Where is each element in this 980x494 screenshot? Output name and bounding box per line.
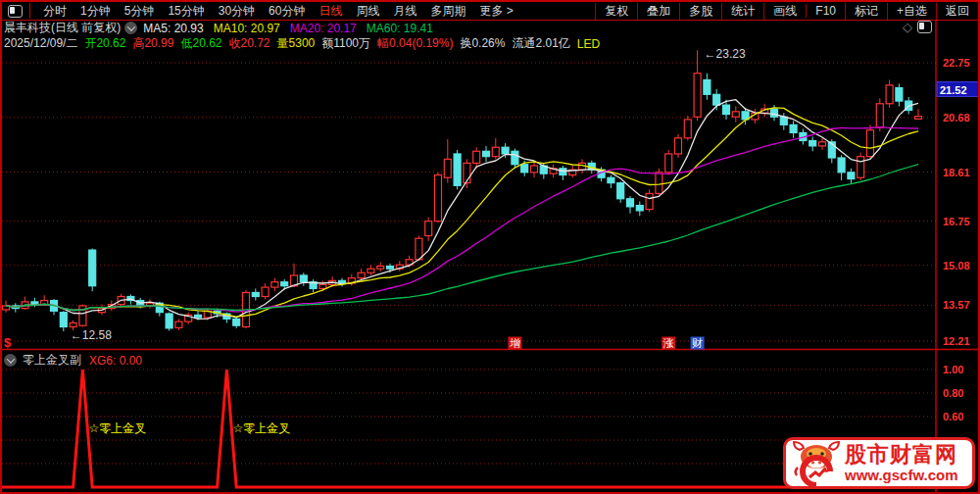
event-tag: 增 bbox=[510, 337, 520, 349]
chart-header: 晨丰科技(日线 前复权) MA5: 20.93MA10: 20.97MA20: … bbox=[4, 21, 443, 35]
info-item-7: 幅0.04(0.19%) bbox=[377, 35, 453, 52]
info-item-3: 低20.62 bbox=[180, 35, 221, 52]
bull-logo-icon bbox=[792, 440, 841, 487]
ma-label-4: MA60: 19.41 bbox=[367, 22, 433, 35]
menu-item-period-1[interactable]: 1分钟 bbox=[74, 3, 118, 20]
menu-item-period-3[interactable]: 15分钟 bbox=[161, 3, 211, 20]
menu-item-tool-0[interactable]: 复权 bbox=[595, 3, 637, 20]
ma-values: MA5: 20.93MA10: 20.97MA20: 20.17MA60: 19… bbox=[143, 22, 443, 35]
menu-divider bbox=[29, 3, 30, 19]
layout-icon[interactable] bbox=[917, 21, 932, 33]
menu-item-period-9[interactable]: 多周期 bbox=[423, 3, 472, 20]
menu-item-period-8[interactable]: 月线 bbox=[386, 3, 423, 20]
menu-item-tool-5[interactable]: F10 bbox=[806, 4, 845, 18]
menu-item-tool-7[interactable]: +自选 bbox=[887, 3, 936, 20]
menu-item-tool-2[interactable]: 多股 bbox=[679, 3, 721, 20]
stock-title: 晨丰科技(日线 前复权) bbox=[4, 20, 121, 36]
window-restore-icon[interactable] bbox=[8, 5, 23, 18]
price-axis-label: 22.75 bbox=[943, 57, 970, 69]
tools-menu: 复权叠加多股统计画线F10标记+自选返回 bbox=[595, 3, 978, 20]
menu-item-period-10[interactable]: 更多 > bbox=[472, 3, 519, 20]
event-tag: 财 bbox=[692, 337, 703, 349]
info-item-10: LED bbox=[577, 37, 600, 51]
chevron-down-icon[interactable] bbox=[4, 354, 17, 367]
period-menu: 分时1分钟5分钟15分钟30分钟60分钟日线周线月线多周期更多 > bbox=[36, 3, 520, 20]
info-item-9: 流通2.01亿 bbox=[512, 35, 569, 52]
menu-item-period-0[interactable]: 分时 bbox=[36, 3, 74, 20]
signal-label: ☆零上金叉 bbox=[88, 421, 146, 435]
panel-icons: ◇ bbox=[903, 21, 932, 33]
info-item-2: 高20.99 bbox=[132, 35, 173, 52]
price-axis-label: 13.57 bbox=[943, 299, 970, 311]
sub-axis-label: 0.80 bbox=[943, 387, 963, 399]
price-chart[interactable]: 22.7520.6818.6116.7515.0813.5712.2121.52… bbox=[0, 0, 980, 494]
diamond-icon[interactable]: ◇ bbox=[903, 22, 912, 33]
info-item-8: 换0.26% bbox=[460, 35, 505, 52]
menu-item-period-7[interactable]: 周线 bbox=[349, 3, 386, 20]
sub-axis-label: 1.00 bbox=[943, 364, 963, 375]
event-tag: 涨 bbox=[663, 337, 674, 349]
signal-label: ☆零上金叉 bbox=[232, 421, 290, 435]
price-annotation: ←23.23 bbox=[705, 47, 746, 61]
info-item-6: 额1100万 bbox=[321, 35, 370, 52]
menu-item-tool-3[interactable]: 统计 bbox=[721, 3, 763, 20]
ma-label-3: MA20: 20.17 bbox=[290, 22, 357, 35]
menu-item-tool-8[interactable]: 返回 bbox=[936, 3, 978, 20]
price-axis-label: 16.75 bbox=[943, 216, 970, 227]
menu-item-tool-1[interactable]: 叠加 bbox=[637, 3, 679, 20]
info-item-4: 收20.72 bbox=[229, 35, 270, 52]
menu-item-period-2[interactable]: 5分钟 bbox=[118, 3, 162, 20]
sub-indicator-header: 零上金叉副 XG6: 0.00 bbox=[4, 352, 142, 369]
price-axis-label: 12.21 bbox=[943, 335, 970, 347]
highlight-price-label: 21.52 bbox=[940, 84, 967, 96]
watermark: 股市财富网 www.gscfw.com bbox=[783, 437, 975, 489]
indicator-name: 零上金叉副 bbox=[23, 352, 81, 369]
info-item-5: 量5300 bbox=[277, 35, 316, 52]
menu-item-period-5[interactable]: 60分钟 bbox=[262, 3, 312, 20]
chevron-down-icon[interactable] bbox=[124, 22, 137, 34]
price-annotation: ←12.58 bbox=[71, 328, 112, 342]
watermark-site-url: www.gscfw.com bbox=[845, 468, 958, 482]
info-item-1: 开20.62 bbox=[84, 35, 125, 52]
info-item-0: 2025/12/09/二 bbox=[4, 35, 77, 52]
price-axis-label: 18.61 bbox=[943, 167, 970, 178]
ma-label-2: MA10: 20.97 bbox=[214, 22, 280, 35]
menu-item-tool-4[interactable]: 画线 bbox=[763, 3, 806, 20]
indicator-value: XG6: 0.00 bbox=[89, 354, 142, 368]
menu-bar: 分时1分钟5分钟15分钟30分钟60分钟日线周线月线多周期更多 > 复权叠加多股… bbox=[2, 2, 978, 21]
ma-label-1: MA5: 20.93 bbox=[143, 22, 203, 35]
watermark-site-name: 股市财富网 bbox=[845, 444, 958, 466]
menu-item-period-6[interactable]: 日线 bbox=[312, 3, 349, 20]
menu-item-tool-6[interactable]: 标记 bbox=[845, 3, 887, 20]
menu-item-period-4[interactable]: 30分钟 bbox=[212, 3, 262, 20]
price-axis-label: 20.68 bbox=[943, 112, 970, 124]
money-marker: $ bbox=[4, 335, 12, 350]
sub-axis-label: 0.60 bbox=[943, 411, 963, 422]
quote-info-bar: 2025/12/09/二开20.62高20.99低20.62收20.72量530… bbox=[4, 36, 607, 51]
price-axis-label: 15.08 bbox=[943, 260, 970, 272]
